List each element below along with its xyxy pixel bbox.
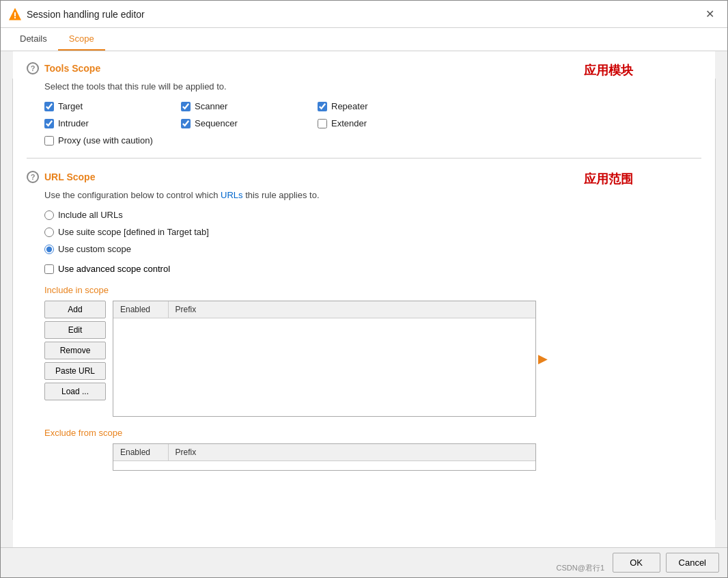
tools-checkboxes: Target Scanner Repeater Intruder <box>44 101 701 128</box>
left-panel <box>1 79 13 520</box>
load-button[interactable]: Load ... <box>44 383 106 400</box>
arrow-right-icon: ▶ <box>538 351 548 366</box>
right-panel <box>715 79 727 520</box>
url-scope-title: URL Scope <box>44 171 95 182</box>
radio-include-all[interactable]: Include all URLs <box>44 210 701 220</box>
footer: CSDN@君行1 OK Cancel <box>1 547 727 577</box>
exclude-scope-label: Exclude from scope <box>44 428 701 438</box>
checkbox-proxy[interactable]: Proxy (use with caution) <box>44 135 701 146</box>
svg-rect-2 <box>14 17 16 18</box>
tools-scope-desc: Select the tools that this rule will be … <box>44 81 701 92</box>
excl-col-enabled: Enabled <box>113 444 168 461</box>
checkbox-intruder[interactable]: Intruder <box>44 118 181 128</box>
remove-button[interactable]: Remove <box>44 342 106 359</box>
urls-link[interactable]: URLs <box>221 190 243 200</box>
tools-scope-header: ? Tools Scope <box>27 62 701 74</box>
dialog: Session handling rule editor ✕ Details S… <box>0 0 728 578</box>
checkbox-sequencer[interactable]: Sequencer <box>181 118 318 128</box>
advanced-scope-checkbox[interactable]: Use advanced scope control <box>44 264 701 274</box>
checkbox-extender[interactable]: Extender <box>318 118 454 128</box>
close-button[interactable]: ✕ <box>700 5 719 24</box>
col-prefix: Prefix <box>168 301 535 318</box>
edit-button[interactable]: Edit <box>44 321 106 339</box>
main-content: ? Tools Scope Select the tools that this… <box>13 51 715 547</box>
body-area: ? Tools Scope Select the tools that this… <box>1 51 727 547</box>
col-enabled: Enabled <box>113 301 168 318</box>
excl-col-prefix: Prefix <box>168 444 535 461</box>
url-scope-header: ? URL Scope <box>27 171 701 183</box>
radio-suite-scope[interactable]: Use suite scope [defined in Target tab] <box>44 227 701 237</box>
dialog-title: Session handling rule editor <box>27 9 145 20</box>
ok-button[interactable]: OK <box>613 553 660 573</box>
tab-bar: Details Scope <box>1 28 727 51</box>
tab-scope[interactable]: Scope <box>58 28 105 51</box>
checkbox-repeater[interactable]: Repeater <box>318 101 454 111</box>
url-scope-radios: Include all URLs Use suite scope [define… <box>44 210 701 254</box>
exclude-scope-table-area: Enabled Prefix <box>44 443 701 471</box>
url-scope-desc: Use the configuration below to control w… <box>44 190 701 200</box>
tools-scope-help-icon[interactable]: ? <box>27 62 39 74</box>
include-scope-label: Include in scope <box>44 285 701 295</box>
checkbox-scanner[interactable]: Scanner <box>181 101 318 111</box>
title-bar: Session handling rule editor ✕ <box>1 1 727 28</box>
add-button[interactable]: Add <box>44 301 106 318</box>
url-scope-help-icon[interactable]: ? <box>27 171 39 183</box>
svg-rect-1 <box>14 12 16 16</box>
divider-1 <box>27 158 701 159</box>
checkbox-target[interactable]: Target <box>44 101 181 111</box>
cancel-button[interactable]: Cancel <box>666 553 719 573</box>
include-scope-table: Enabled Prefix ▶ <box>113 301 536 417</box>
paste-url-button[interactable]: Paste URL <box>44 362 106 380</box>
scope-buttons: Add Edit Remove Paste URL Load ... <box>44 301 106 417</box>
radio-custom-scope[interactable]: Use custom scope <box>44 244 701 254</box>
footer-credit: CSDN@君行1 <box>557 563 604 573</box>
app-icon <box>9 8 21 20</box>
exclude-scope-table: Enabled Prefix <box>113 443 536 471</box>
tools-scope-title: Tools Scope <box>44 63 100 74</box>
scope-table-area: Add Edit Remove Paste URL Load ... Enabl… <box>44 301 701 417</box>
tab-details[interactable]: Details <box>9 28 58 51</box>
